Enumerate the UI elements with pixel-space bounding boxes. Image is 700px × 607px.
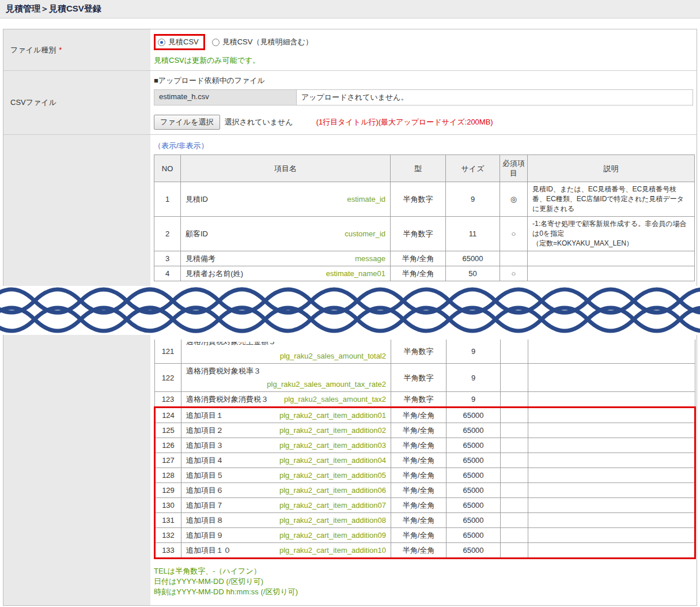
item-description xyxy=(528,251,695,266)
item-required xyxy=(501,423,528,438)
item-type: 半角/全角 xyxy=(391,266,446,281)
item-name-cell: 追加項目７plg_raku2_cart_item_addition07 xyxy=(181,498,391,513)
file-type-row: ファイル種別 * 見積CSV 見積CSV（見積明細含む） 見積CSVは更新のみ可… xyxy=(3,29,697,70)
item-required xyxy=(501,364,528,392)
item-name-cell: 追加項目２plg_raku2_cart_item_addition02 xyxy=(181,423,391,438)
item-name-cell: 追加項目４plg_raku2_cart_item_addition04 xyxy=(181,453,391,468)
spec-table-label-cell-bottom xyxy=(3,335,150,605)
screenshot-tear-wave xyxy=(0,286,700,335)
item-size: 65000 xyxy=(447,498,501,513)
table-row: 129追加項目６plg_raku2_cart_item_addition06半角… xyxy=(155,483,695,498)
item-description xyxy=(528,513,695,528)
show-hide-toggle-link[interactable]: （表示/非表示） xyxy=(154,141,209,151)
table-row: 132追加項目９plg_raku2_cart_item_addition09半角… xyxy=(155,528,695,543)
item-size: 65000 xyxy=(446,251,500,266)
spec-table-row-bottom: 121適格消費税対象売上金額３plg_raku2_sales_amount_to… xyxy=(3,335,697,605)
csv-spec-table-bottom: 121適格消費税対象売上金額３plg_raku2_sales_amount_to… xyxy=(154,340,696,559)
item-code: plg_raku2_cart_item_addition10 xyxy=(279,545,386,555)
item-description xyxy=(528,543,695,559)
table-row: 133追加項目１０plg_raku2_cart_item_addition10半… xyxy=(155,543,695,559)
item-description xyxy=(528,438,695,453)
radio-unselected-icon[interactable] xyxy=(212,39,220,46)
csv-file-content: ■アップロード依頼中のファイル estimate_h.csv アップロードされて… xyxy=(150,71,697,134)
item-code: plg_raku2_cart_item_addition07 xyxy=(279,500,386,510)
item-name: 適格消費税対象税率３ xyxy=(186,366,386,376)
item-description xyxy=(528,483,695,498)
item-name-cell: 追加項目１plg_raku2_cart_item_addition01 xyxy=(181,408,391,423)
spec-table-row-top: （表示/非表示） NO 項目名 型 サイズ 必須項目 説明 1見積 xyxy=(3,134,697,286)
row-no: 129 xyxy=(155,483,181,498)
row-no: 1 xyxy=(154,182,181,217)
item-required: ◎ xyxy=(500,182,528,217)
table-row: 3見積備考message半角/全角65000 xyxy=(154,251,695,266)
item-size: 65000 xyxy=(447,423,501,438)
pending-upload-row: estimate_h.csv アップロードされていません。 xyxy=(154,89,693,105)
item-name-cell: 追加項目５plg_raku2_cart_item_addition05 xyxy=(181,468,391,483)
csv-file-row: CSVファイル ■アップロード依頼中のファイル estimate_h.csv ア… xyxy=(3,70,697,134)
item-required xyxy=(500,251,528,266)
item-required xyxy=(501,543,528,559)
item-description xyxy=(528,468,695,483)
item-required: ○ xyxy=(500,217,528,251)
item-code: plg_raku2_cart_item_addition06 xyxy=(279,485,386,495)
item-size: 65000 xyxy=(447,438,501,453)
item-size: 65000 xyxy=(447,468,501,483)
radio-option-label: 見積CSV xyxy=(168,37,199,47)
item-description: -1:名寄せ処理で顧客新規作成する。非会員の場合は0を指定 （定数=KOKYAK… xyxy=(528,217,695,251)
item-type: 半角/全角 xyxy=(391,423,447,438)
radio-option-estimate-csv[interactable]: 見積CSV xyxy=(158,37,199,47)
table-row: 1見積IDestimate_id半角数字9◎見積ID、または、EC見積番号、EC… xyxy=(154,182,695,217)
item-type: 半角/全角 xyxy=(391,438,447,453)
item-code: estimate_id xyxy=(347,194,385,204)
row-no: 127 xyxy=(155,453,181,468)
item-code: plg_raku2_cart_item_addition03 xyxy=(279,440,386,450)
row-no: 122 xyxy=(155,364,181,392)
item-description xyxy=(528,498,695,513)
row-no: 132 xyxy=(155,528,181,543)
item-name: 見積者お名前(姓) xyxy=(186,269,243,278)
row-no: 2 xyxy=(154,217,181,251)
item-size: 9 xyxy=(447,392,501,408)
row-no: 126 xyxy=(155,438,181,453)
item-code: estimate_name01 xyxy=(326,269,385,278)
item-description xyxy=(528,408,695,423)
item-type: 半角数字 xyxy=(391,182,446,217)
breadcrumb: 見積管理＞見積CSV登録 xyxy=(0,0,700,18)
radio-option-label: 見積CSV（見積明細含む） xyxy=(222,37,313,47)
item-name-cell: 見積IDestimate_id xyxy=(181,182,391,217)
radio-selected-icon[interactable] xyxy=(158,39,165,46)
format-notes: TELは半角数字、-（ハイフン） 日付はYYYY-MM-DD (/区切り可) 時… xyxy=(154,566,696,601)
item-name: 適格消費税対象売上金額３ xyxy=(186,342,386,346)
item-name: 見積ID xyxy=(186,194,208,204)
item-name: 追加項目２ xyxy=(186,425,224,435)
radio-option-estimate-csv-with-detail[interactable]: 見積CSV（見積明細含む） xyxy=(212,37,313,47)
table-row: 4見積者お名前(姓)estimate_name01半角/全角50○ xyxy=(154,266,695,281)
row-no: 130 xyxy=(155,498,181,513)
row-no: 3 xyxy=(154,251,181,266)
item-type: 半角/全角 xyxy=(391,468,447,483)
table-row: 128追加項目５plg_raku2_cart_item_addition05半角… xyxy=(155,468,695,483)
item-required xyxy=(501,438,528,453)
choose-file-button[interactable]: ファイルを選択 xyxy=(154,115,220,130)
pending-file-name: estimate_h.csv xyxy=(154,89,297,105)
csv-upload-form: ファイル種別 * 見積CSV 見積CSV（見積明細含む） 見積CSVは更新のみ可… xyxy=(3,29,697,286)
item-type: 半角数字 xyxy=(391,392,447,408)
table-row: 126追加項目３plg_raku2_cart_item_addition03半角… xyxy=(155,438,695,453)
table-row: 124追加項目１plg_raku2_cart_item_addition01半角… xyxy=(155,408,695,423)
item-name-cell: 追加項目９plg_raku2_cart_item_addition09 xyxy=(181,528,391,543)
item-size: 11 xyxy=(446,217,500,251)
table-row: 125追加項目２plg_raku2_cart_item_addition02半角… xyxy=(155,423,695,438)
item-name-cell: 適格消費税対象消費税３plg_raku2_sales_amount_tax2 xyxy=(181,392,391,408)
item-code: plg_raku2_sales_amount_tax2 xyxy=(284,394,386,404)
csv-file-label-cell: CSVファイル xyxy=(3,71,150,134)
item-name: 追加項目１ xyxy=(186,410,224,420)
spec-table-content-bottom: 121適格消費税対象売上金額３plg_raku2_sales_amount_to… xyxy=(150,335,699,605)
col-header-type: 型 xyxy=(391,155,446,182)
col-header-required: 必須項目 xyxy=(500,155,528,182)
col-header-no: NO xyxy=(154,155,181,182)
item-name: 追加項目６ xyxy=(186,485,224,495)
item-type: 半角数字 xyxy=(391,217,446,251)
item-name-cell: 追加項目３plg_raku2_cart_item_addition03 xyxy=(181,438,391,453)
item-description xyxy=(528,528,695,543)
row-no: 128 xyxy=(155,468,181,483)
